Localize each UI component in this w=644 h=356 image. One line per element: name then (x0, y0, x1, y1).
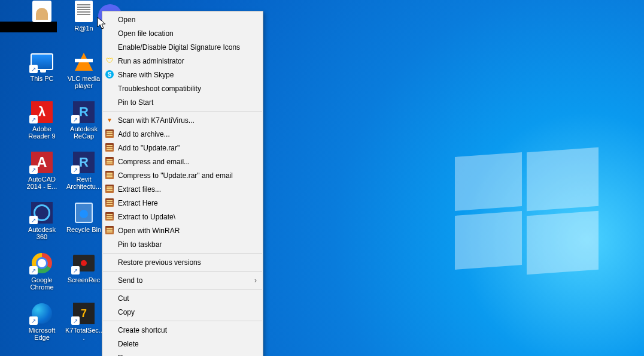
shield-icon: 🛡 (105, 56, 114, 65)
winrar-icon (105, 156, 114, 166)
desktop-icon-screenrec[interactable]: ↗ ScreenRec (66, 252, 102, 300)
icon-label: VLC media player (66, 75, 102, 89)
ctx-compress-rar-email[interactable]: Compress to "Update.rar" and email (102, 168, 263, 182)
separator (103, 111, 262, 111)
chevron-right-icon: › (254, 276, 257, 285)
winrar-icon (105, 170, 114, 180)
separator (103, 271, 262, 271)
ctx-extract-to[interactable]: Extract to Update\ (102, 210, 263, 224)
desktop-icon-edge[interactable]: ↗ Microsoft Edge (24, 302, 60, 350)
ctx-create-shortcut[interactable]: Create shortcut (102, 323, 263, 337)
desktop-icon-recyclebin[interactable]: Recycle Bin (66, 201, 102, 249)
textfile-icon (75, 1, 93, 22)
ctx-delete[interactable]: Delete (102, 337, 263, 351)
separator (103, 321, 262, 321)
icon-label: Autodesk 360 (24, 226, 60, 240)
winrar-icon (105, 212, 114, 221)
ctx-pin-taskbar[interactable]: Pin to taskbar (102, 237, 263, 251)
context-menu: Open Open file location Enable/Disable D… (102, 11, 263, 356)
icon-label: Revit Architectu... (66, 176, 102, 190)
desktop-icon-chrome[interactable]: ↗ Google Chrome (24, 252, 60, 300)
separator (103, 289, 262, 289)
desktop-icon-adobe[interactable]: λ↗ Adobe Reader 9 (24, 101, 60, 149)
winrar-icon (105, 184, 114, 194)
shortcut-arrow-icon: ↗ (29, 266, 38, 274)
shortcut-arrow-icon: ↗ (29, 316, 38, 325)
icon-label: Recycle Bin (66, 226, 101, 233)
desktop-icon-autodesk360[interactable]: ↗ Autodesk 360 (24, 201, 60, 249)
ctx-run-as-administrator[interactable]: 🛡Run as administrator (102, 54, 263, 68)
k7-scan-icon: ▾ (105, 115, 114, 125)
ctx-troubleshoot[interactable]: Troubleshoot compatibility (102, 82, 263, 95)
skype-icon: S (105, 70, 114, 79)
desktop-icon-vlc[interactable]: VLC media player (66, 50, 102, 98)
separator (103, 253, 262, 254)
desktop-icon-thispc[interactable]: ↗ This PC (24, 50, 60, 98)
ctx-add-archive[interactable]: Add to archive... (102, 127, 263, 141)
winrar-icon (105, 198, 114, 207)
shortcut-arrow-icon: ↗ (71, 165, 80, 174)
icon-label: Adobe Reader 9 (24, 125, 60, 140)
ctx-compress-email[interactable]: Compress and email... (102, 155, 263, 168)
ctx-scan-k7[interactable]: ▾Scan with K7AntiVirus... (102, 113, 263, 127)
icon-label: Autodesk ReCap (66, 125, 102, 140)
winrar-icon (105, 225, 114, 235)
winrar-icon (105, 143, 114, 152)
shortcut-arrow-icon: ↗ (71, 115, 80, 123)
shortcut-arrow-icon: ↗ (29, 115, 38, 123)
icon-label: Google Chrome (24, 276, 60, 291)
ctx-extract-here[interactable]: Extract Here (102, 196, 263, 210)
desktop-icon-user[interactable] (24, 0, 60, 48)
icon-label: R@1n (74, 25, 93, 32)
ctx-restore-versions[interactable]: Restore previous versions (102, 255, 263, 269)
shortcut-arrow-icon: ↗ (71, 266, 80, 274)
icon-label: This PC (30, 75, 53, 82)
ctx-share-skype[interactable]: SShare with Skype (102, 68, 263, 82)
shortcut-arrow-icon: ↗ (29, 65, 38, 73)
cursor-icon (97, 17, 107, 30)
winrar-icon (105, 129, 114, 138)
ctx-digital-signature[interactable]: Enable/Disable Digital Signature Icons (102, 40, 263, 54)
shortcut-arrow-icon: ↗ (71, 316, 80, 325)
desktop-icon-recap[interactable]: ↗ Autodesk ReCap (66, 101, 102, 149)
shortcut-arrow-icon: ↗ (29, 165, 38, 174)
desktop-icon-autocad[interactable]: ↗ AutoCAD 2014 - E... (24, 151, 60, 199)
ctx-extract-files[interactable]: Extract files... (102, 182, 263, 196)
desktop-icon-k7[interactable]: 7↗ K7TotalSec... (66, 302, 102, 350)
ctx-send-to[interactable]: Send to› (102, 273, 263, 287)
ctx-rename[interactable]: Rename (102, 351, 263, 356)
icon-label: K7TotalSec... (65, 327, 103, 341)
icon-label: AutoCAD 2014 - E... (24, 176, 60, 190)
ctx-copy[interactable]: Copy (102, 305, 263, 319)
shortcut-arrow-icon: ↗ (29, 216, 38, 224)
ctx-open[interactable]: Open (102, 13, 263, 26)
windows-logo (455, 150, 599, 270)
desktop-background[interactable]: R@1n ↗ This PC VLC media player λ↗ Adobe… (0, 0, 644, 356)
traffic-cone-icon (75, 53, 93, 71)
desktop-icon-revit[interactable]: ↗ Revit Architectu... (66, 151, 102, 199)
icon-label: Microsoft Edge (24, 327, 60, 341)
ctx-pin-start[interactable]: Pin to Start (102, 95, 263, 109)
recycle-bin-icon (75, 203, 93, 223)
desktop-icons-area: R@1n ↗ This PC VLC media player λ↗ Adobe… (24, 0, 108, 356)
ctx-open-file-location[interactable]: Open file location (102, 26, 263, 40)
ctx-open-winrar[interactable]: Open with WinRAR (102, 224, 263, 237)
icon-label: ScreenRec (68, 276, 100, 283)
ctx-add-update-rar[interactable]: Add to "Update.rar" (102, 141, 263, 155)
person-icon (32, 1, 51, 22)
ctx-cut[interactable]: Cut (102, 291, 263, 305)
